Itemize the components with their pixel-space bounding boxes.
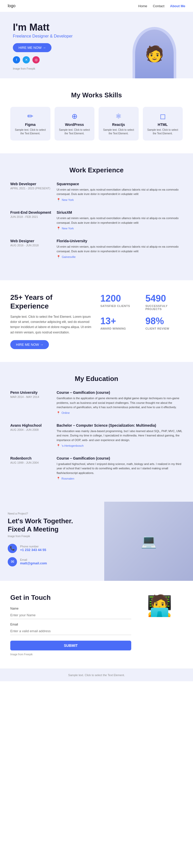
skills-grid: ✏ Figma Sample text. Click to select the… xyxy=(10,107,183,141)
laptop-image: 💻 xyxy=(104,502,193,581)
stat-clients-label: SATISFIED CLIENTS xyxy=(100,304,138,308)
edu-desc-3: I graduated highschool, where I enjoyed … xyxy=(57,462,183,475)
skill-figma-name: Figma xyxy=(14,123,47,127)
work-desc-2: Ut enim ad minim veniam, quis nostrud ex… xyxy=(57,216,183,225)
form-email-input[interactable] xyxy=(10,627,131,635)
email-icon: ✉ xyxy=(8,557,17,566)
work-city-2: New York xyxy=(62,227,74,230)
edu-location-2: 📍 's-Hertogenbosch xyxy=(57,444,183,447)
skill-react: ⚛ Reactjs Sample text. Click to select t… xyxy=(99,107,139,141)
navbar: logo Home Contact About Me xyxy=(0,0,193,12)
hero-portrait: 🧑 xyxy=(133,27,176,79)
nav-logo: logo xyxy=(8,4,16,8)
work-left-1: Web Developer APRIL 2021 - 2023 (PRESENT… xyxy=(10,182,52,202)
edu-date-1: MAR 2014 - MAY 2014 xyxy=(10,395,52,398)
edu-location-3: 📍 Rosmalen xyxy=(57,477,183,480)
stat-awards-number: 13+ xyxy=(100,316,138,327)
contact-banner: Need a Project? Let's Work Together. Fix… xyxy=(0,502,193,581)
edu-right-1: Course – Gamification (course) Gamificat… xyxy=(57,391,183,414)
footer: Sample text. Click to select the Text El… xyxy=(0,669,193,681)
edu-date-3: AUG 1999 - JUN 2004 xyxy=(10,461,52,464)
nav-contact[interactable]: Contact xyxy=(153,4,164,8)
form-email-label: Email xyxy=(10,623,131,626)
touch-heading: Get in Touch xyxy=(10,594,131,601)
work-right-1: Squarespace Ut enim ad minim veniam, qui… xyxy=(57,182,183,202)
react-icon: ⚛ xyxy=(102,112,135,121)
email-value: matt@gmail.com xyxy=(20,561,47,565)
edu-date-2: AUG 2004 - JUN 2008 xyxy=(10,428,52,431)
skill-html-desc: Sample text. Click to select the Text El… xyxy=(146,128,180,135)
stat-awards-label: AWARD WINNING xyxy=(100,327,138,330)
nav-home[interactable]: Home xyxy=(138,4,147,8)
work-date-3: AUG 2016 - JUN 2018 xyxy=(10,244,52,247)
work-job-title-2: Front-End Development xyxy=(10,210,52,215)
skills-title: My Works Skills xyxy=(10,91,183,99)
form-name-label: Name xyxy=(10,607,131,610)
submit-button[interactable]: SUBMIT xyxy=(10,641,131,650)
social-links: f ✕ ◎ xyxy=(13,56,129,63)
skill-figma-desc: Sample text. Click to select the Text El… xyxy=(14,128,47,135)
work-row-1: Web Developer APRIL 2021 - 2023 (PRESENT… xyxy=(10,182,183,202)
contact-banner-left: Need a Project? Let's Work Together. Fix… xyxy=(0,502,104,581)
education-title: My Education xyxy=(10,375,183,383)
work-location-1: 📍 New York xyxy=(57,198,183,202)
edu-city-3: Rosmalen xyxy=(61,477,74,480)
work-job-title-1: Web Developer xyxy=(10,182,52,186)
work-date-2: JUN 2018 - FEB 2021 xyxy=(10,215,52,218)
stats-left: 25+ Years of Experience Sample text. Cli… xyxy=(10,293,93,349)
skill-figma: ✏ Figma Sample text. Click to select the… xyxy=(10,107,50,141)
nav-links: Home Contact About Me xyxy=(138,4,185,8)
hire-me-button-2[interactable]: HIRE ME NOW → xyxy=(10,340,49,349)
work-desc-3: Ut enim ad minim veniam, quis nostrud ex… xyxy=(57,245,183,253)
location-pin-icon-3: 📍 xyxy=(57,255,60,259)
nav-about[interactable]: About Me xyxy=(170,4,185,8)
edu-desc-1: Gamification is the application of game … xyxy=(57,396,183,410)
skill-wordpress-name: WordPress xyxy=(58,123,91,127)
figma-icon: ✏ xyxy=(14,112,47,121)
edu-left-3: Rodenborch AUG 1999 - JUN 2004 xyxy=(10,456,52,480)
work-experience-section: Work Experience Web Developer APRIL 2021… xyxy=(0,153,193,280)
hero-credit: Image from Freepik xyxy=(13,66,129,71)
edu-row-3: Rodenborch AUG 1999 - JUN 2004 Course – … xyxy=(10,456,183,480)
stats-section: 25+ Years of Experience Sample text. Cli… xyxy=(0,280,193,362)
email-label: Email xyxy=(20,558,47,561)
education-section: My Education Penn University MAR 2014 - … xyxy=(0,362,193,502)
phone-label: Phone number xyxy=(20,545,46,548)
edu-course-3: Course – Gamification (course) xyxy=(57,456,183,460)
work-left-2: Front-End Development JUN 2018 - FEB 202… xyxy=(10,210,52,230)
edu-pin-icon-1: 📍 xyxy=(57,411,60,414)
hire-me-button[interactable]: HIRE ME NOW → xyxy=(13,43,52,52)
skill-wordpress: ⊕ WordPress Sample text. Click to select… xyxy=(55,107,95,141)
hero-person-illustration: 🧑 xyxy=(135,30,174,79)
edu-row-1: Penn University MAR 2014 - MAY 2014 Cour… xyxy=(10,391,183,414)
edu-course-2: Bachelor – Computer Science (Specializat… xyxy=(57,423,183,428)
form-name-group: Name xyxy=(10,607,131,619)
instagram-icon[interactable]: ◎ xyxy=(32,56,39,63)
stat-projects-number: 5490 xyxy=(145,293,183,304)
stats-desc: Sample text. Click to select the Text El… xyxy=(10,314,93,335)
edu-city-1: Online xyxy=(61,411,70,414)
skill-html: ◻ HTML Sample text. Click to select the … xyxy=(143,107,183,141)
work-row-3: Web Designer AUG 2016 - JUN 2018 Florida… xyxy=(10,239,183,259)
edu-course-1: Course – Gamification (course) xyxy=(57,391,183,395)
twitter-icon[interactable]: ✕ xyxy=(23,56,30,63)
skill-react-name: Reactjs xyxy=(102,123,135,127)
work-right-3: Florida-University Ut enim ad minim veni… xyxy=(57,239,183,259)
form-name-input[interactable] xyxy=(10,611,131,619)
hero-section: I'm Matt Freelance Designer & Developer … xyxy=(0,12,193,79)
touch-credit: Image from Freepik xyxy=(10,653,131,656)
skill-wordpress-desc: Sample text. Click to select the Text El… xyxy=(58,128,91,135)
work-title: Work Experience xyxy=(10,166,183,174)
stat-review-label: CLIENT REVIEW xyxy=(145,327,183,330)
skill-html-name: HTML xyxy=(146,123,180,127)
skill-react-desc: Sample text. Click to select the Text El… xyxy=(102,128,135,135)
work-company-2: SiriusXM xyxy=(57,210,183,215)
facebook-icon[interactable]: f xyxy=(13,56,20,63)
location-pin-icon: 📍 xyxy=(57,198,60,202)
stat-projects-label: SUCCESSFULY PROJECTS xyxy=(145,304,183,311)
edu-pin-icon-3: 📍 xyxy=(57,477,60,480)
stat-projects: 5490 SUCCESSFULY PROJECTS xyxy=(145,293,183,311)
work-location-2: 📍 New York xyxy=(57,226,183,230)
edu-left-1: Penn University MAR 2014 - MAY 2014 xyxy=(10,391,52,414)
get-in-touch-section: Get in Touch Name Email SUBMIT Image fro… xyxy=(0,581,193,669)
